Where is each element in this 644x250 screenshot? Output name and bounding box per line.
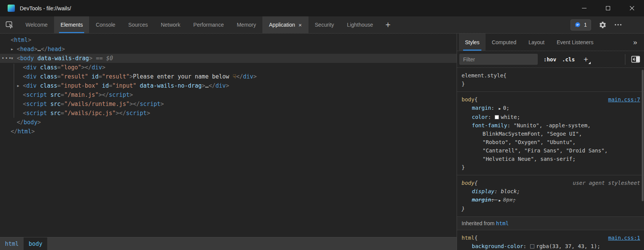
- breadcrumb-label: body: [29, 240, 42, 247]
- tab-label: Memory: [237, 22, 256, 28]
- color-swatch[interactable]: [530, 244, 534, 248]
- styles-toolbar: :hov .cls +: [457, 51, 644, 68]
- toggle-sidebar-button[interactable]: [631, 56, 640, 63]
- css-rule-header: body {user agent stylesheet: [462, 179, 641, 187]
- dom-tree-row[interactable]: <div class="result" id="result">Please e…: [0, 72, 457, 81]
- css-declaration[interactable]: color: white;: [462, 113, 641, 121]
- toggle-class-button[interactable]: .cls: [562, 56, 575, 62]
- dom-tree-row[interactable]: <div class="logo"></div>: [0, 63, 457, 72]
- devtools-main: <html>▶<head>…</head>•••▼<body data-wail…: [0, 34, 644, 250]
- tab-label: Welcome: [26, 22, 48, 28]
- css-property-name: font-family: [472, 122, 507, 128]
- css-property-value: block;: [501, 188, 520, 194]
- user-agent-note: user agent stylesheet: [573, 179, 641, 187]
- toolbar-right-cluster: 1: [570, 16, 644, 33]
- css-property-value: 8px;: [503, 197, 516, 203]
- css-property-value: rgba(33, 37, 43, 1);: [536, 243, 601, 249]
- dom-tree-row[interactable]: </html>: [0, 127, 457, 136]
- tab-console[interactable]: Console: [89, 16, 121, 33]
- more-tabs-chevron[interactable]: »: [633, 38, 637, 46]
- dom-tree-row[interactable]: ▶<div class="input-box" id="input" data-…: [0, 81, 457, 90]
- dom-tree-row[interactable]: </body>: [0, 118, 457, 127]
- tab-close-icon[interactable]: ×: [299, 22, 302, 28]
- dom-breadcrumb-bar: htmlbody: [0, 237, 457, 250]
- minimize-button[interactable]: [572, 0, 596, 16]
- expand-arrow-icon[interactable]: ▶: [17, 81, 19, 90]
- styles-tab-strip: StylesComputedLayoutEvent Listeners »: [457, 34, 644, 51]
- collapse-arrow-icon[interactable]: ▼: [11, 54, 13, 63]
- styles-tab-styles[interactable]: Styles: [459, 34, 486, 51]
- devtools-app-icon: [8, 5, 15, 12]
- css-rule-header: element.style {: [462, 71, 641, 80]
- stylesheet-link[interactable]: main.css:7: [608, 95, 641, 104]
- toggle-hover-state-button[interactable]: :hov: [543, 56, 556, 62]
- tab-memory[interactable]: Memory: [230, 16, 263, 33]
- tab-application[interactable]: Application×: [262, 16, 308, 33]
- issues-badge[interactable]: 1: [570, 19, 591, 30]
- expand-shorthand-icon[interactable]: ▶: [499, 107, 500, 111]
- dom-tree-row[interactable]: <script src="/main.js"></script>: [0, 90, 457, 99]
- styles-tab-computed[interactable]: Computed: [486, 34, 523, 51]
- css-value-wrap-line: BlinkMacSystemFont, "Segoe UI",: [462, 130, 641, 138]
- close-button[interactable]: [620, 0, 644, 16]
- dom-tree-row[interactable]: •••▼<body data-wails-drag>== $0: [0, 54, 457, 63]
- dom-tree-row[interactable]: <html>: [0, 35, 457, 45]
- tab-lighthouse[interactable]: Lighthouse: [340, 16, 380, 33]
- styles-tab-label: Computed: [492, 39, 516, 45]
- dom-tree-row[interactable]: ▶<head>…</head>: [0, 45, 457, 54]
- breadcrumb-body[interactable]: body: [24, 237, 47, 250]
- tab-sources[interactable]: Sources: [122, 16, 154, 33]
- css-declaration[interactable]: margin: ▶8px;: [462, 196, 641, 205]
- devtools-toolbar: WelcomeElementsConsoleSourcesNetworkPerf…: [0, 16, 644, 34]
- new-style-rule-button[interactable]: +: [580, 54, 591, 65]
- css-declaration[interactable]: background-color: rgba(33, 37, 43, 1);: [462, 242, 641, 250]
- styles-tab-event-listeners[interactable]: Event Listeners: [551, 34, 600, 51]
- css-selector: body: [462, 179, 475, 187]
- window-titlebar: DevTools - file://wails/: [0, 0, 644, 16]
- overflow-menu-button[interactable]: [614, 24, 622, 26]
- tab-label: Console: [96, 22, 115, 28]
- css-property-name: color: [472, 114, 488, 120]
- dom-tree-row[interactable]: <script src="/wails/runtime.js"></script…: [0, 99, 457, 109]
- tab-elements[interactable]: Elements: [54, 16, 89, 33]
- inherited-from-header: Inherited from html: [457, 217, 644, 230]
- dom-tree-row[interactable]: <script src="/wails/ipc.js"></script>: [0, 109, 457, 118]
- styles-tab-layout[interactable]: Layout: [523, 34, 551, 51]
- styles-sidebar: StylesComputedLayoutEvent Listeners » :h…: [457, 34, 644, 250]
- expand-shorthand-icon[interactable]: ▶: [499, 199, 500, 202]
- inherited-from-tag-link[interactable]: html: [496, 220, 509, 226]
- inspect-element-button[interactable]: [0, 16, 19, 33]
- tab-label: Security: [315, 22, 334, 28]
- expand-arrow-icon[interactable]: ▶: [11, 45, 13, 54]
- styles-filter-input[interactable]: [459, 54, 538, 65]
- breadcrumb-html[interactable]: html: [0, 237, 24, 250]
- tab-label: Performance: [193, 22, 224, 28]
- styles-scrollbar-thumb[interactable]: [642, 70, 644, 201]
- css-value-wrap-line: "Roboto", "Oxygen", "Ubuntu",: [462, 138, 641, 146]
- css-rule-close-brace: }: [462, 205, 641, 213]
- tab-label: Network: [161, 22, 180, 28]
- css-selector: body: [462, 95, 475, 104]
- stylesheet-link[interactable]: main.css:1: [608, 234, 641, 242]
- collapse-panel-icon: [631, 56, 640, 63]
- css-rule-element-style: element.style {}: [457, 68, 644, 92]
- css-rule-body: body {main.css:7margin: ▶0;color: white;…: [457, 92, 644, 175]
- toolbar-separator: [625, 54, 625, 65]
- add-tab-button[interactable]: +: [380, 16, 396, 33]
- tab-performance[interactable]: Performance: [187, 16, 230, 33]
- elements-panel: <html>▶<head>…</head>•••▼<body data-wail…: [0, 34, 457, 250]
- styles-tab-label: Event Listeners: [557, 39, 594, 45]
- maximize-button[interactable]: [596, 0, 620, 16]
- more-horizontal-icon: [614, 24, 622, 26]
- tab-welcome[interactable]: Welcome: [19, 16, 54, 33]
- color-swatch[interactable]: [495, 115, 499, 119]
- settings-button[interactable]: [599, 21, 607, 29]
- css-selector: element.style: [462, 71, 503, 80]
- issues-message-icon: [575, 22, 581, 28]
- tab-network[interactable]: Network: [154, 16, 187, 33]
- css-declaration[interactable]: margin: ▶0;: [462, 104, 641, 113]
- css-declaration[interactable]: display: block;: [462, 187, 641, 196]
- css-property-name: background-color: [472, 243, 523, 249]
- css-declaration[interactable]: font-family: "Nunito", -apple-system,: [462, 121, 641, 130]
- tab-security[interactable]: Security: [308, 16, 341, 33]
